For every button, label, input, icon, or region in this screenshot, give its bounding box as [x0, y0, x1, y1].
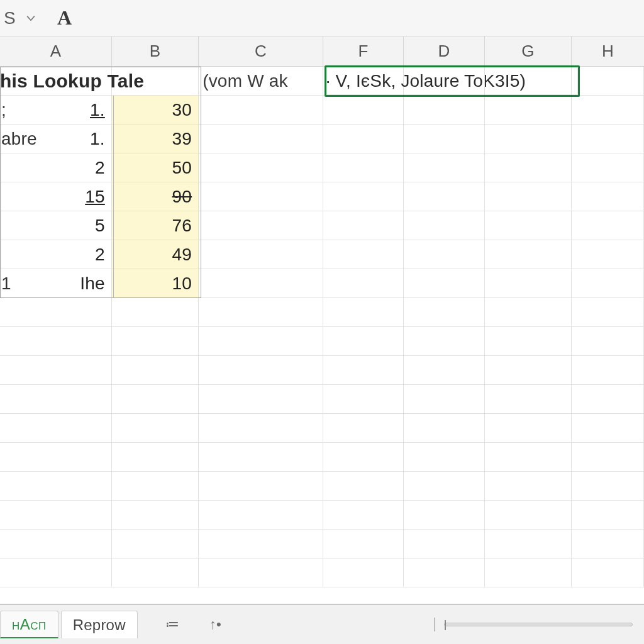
cell[interactable] — [485, 269, 572, 298]
cell[interactable] — [0, 356, 112, 385]
cell[interactable] — [485, 501, 572, 530]
cell[interactable] — [323, 443, 404, 472]
view-list-icon[interactable]: ≔ — [165, 616, 179, 633]
cell[interactable] — [199, 530, 323, 558]
cell[interactable] — [485, 327, 572, 356]
cell[interactable] — [404, 530, 484, 558]
cell[interactable]: his Lookup Tale — [0, 67, 112, 96]
col-header-F[interactable]: F — [323, 36, 404, 66]
cell[interactable] — [323, 240, 404, 269]
cell[interactable] — [323, 414, 404, 443]
cell[interactable] — [485, 298, 572, 327]
cell[interactable]: 2 — [0, 240, 112, 269]
cell[interactable]: 10 — [112, 269, 199, 298]
cell[interactable] — [199, 125, 323, 153]
cell[interactable] — [323, 182, 404, 211]
cell[interactable] — [404, 414, 484, 443]
cell[interactable] — [0, 385, 112, 414]
cell[interactable] — [199, 182, 323, 211]
cell[interactable] — [485, 530, 572, 558]
cell[interactable] — [112, 385, 199, 414]
cell[interactable] — [0, 298, 112, 327]
cell[interactable]: 39 — [112, 125, 199, 153]
cell[interactable] — [404, 269, 484, 298]
cell[interactable] — [112, 298, 199, 327]
cell[interactable]: 50 — [112, 153, 199, 182]
cell[interactable] — [485, 443, 572, 472]
cell[interactable] — [572, 269, 644, 298]
cell[interactable]: 76 — [112, 211, 199, 240]
cell[interactable] — [323, 530, 404, 558]
col-header-B[interactable]: B — [112, 36, 199, 66]
cell[interactable] — [485, 125, 572, 153]
cell[interactable] — [0, 414, 112, 443]
cell[interactable] — [485, 182, 572, 211]
cell[interactable] — [199, 443, 323, 472]
cell[interactable]: 90 — [112, 182, 199, 211]
cell[interactable] — [572, 443, 644, 472]
cell[interactable] — [323, 153, 404, 182]
cell[interactable] — [0, 443, 112, 472]
cell[interactable] — [485, 211, 572, 240]
cell[interactable] — [572, 298, 644, 327]
cell[interactable]: 30 — [112, 96, 199, 125]
cell[interactable] — [199, 211, 323, 240]
cell[interactable] — [112, 327, 199, 356]
cell[interactable] — [112, 501, 199, 530]
cell[interactable] — [404, 501, 484, 530]
cell[interactable] — [404, 327, 484, 356]
cell[interactable] — [485, 558, 572, 587]
cell[interactable] — [112, 414, 199, 443]
cell[interactable] — [199, 385, 323, 414]
cell[interactable] — [199, 327, 323, 356]
cell[interactable] — [199, 558, 323, 587]
cell[interactable] — [199, 501, 323, 530]
cell[interactable] — [404, 67, 484, 96]
cell[interactable] — [199, 153, 323, 182]
cell[interactable] — [404, 472, 484, 501]
cell[interactable] — [404, 240, 484, 269]
cell[interactable] — [404, 558, 484, 587]
cell[interactable] — [323, 211, 404, 240]
cell[interactable]: · V, IєSk, Jolaure ToK3I5) — [323, 67, 404, 96]
cell[interactable] — [112, 472, 199, 501]
col-header-H[interactable]: H — [572, 36, 644, 66]
cell[interactable] — [323, 327, 404, 356]
cell[interactable] — [199, 240, 323, 269]
cell[interactable] — [404, 443, 484, 472]
cell[interactable] — [199, 96, 323, 125]
cell[interactable] — [572, 501, 644, 530]
cell[interactable] — [199, 356, 323, 385]
cell[interactable] — [404, 356, 484, 385]
cell[interactable] — [485, 472, 572, 501]
zoom-slider[interactable] — [444, 623, 633, 626]
cell[interactable] — [0, 327, 112, 356]
cell[interactable] — [572, 96, 644, 125]
spreadsheet-grid[interactable]: A B C F D G H his Lookup Tale(vom W ak· … — [0, 36, 644, 604]
cell[interactable] — [485, 240, 572, 269]
cell[interactable] — [323, 385, 404, 414]
cell[interactable] — [572, 327, 644, 356]
cell[interactable] — [323, 472, 404, 501]
cell[interactable] — [112, 443, 199, 472]
cell[interactable] — [404, 211, 484, 240]
cell[interactable] — [323, 501, 404, 530]
chevron-down-icon[interactable] — [25, 12, 37, 25]
cell[interactable] — [572, 356, 644, 385]
cell[interactable] — [572, 385, 644, 414]
cell[interactable] — [404, 125, 484, 153]
cell[interactable] — [0, 530, 112, 558]
cell[interactable] — [199, 472, 323, 501]
cell[interactable] — [485, 385, 572, 414]
cell[interactable]: 49 — [112, 240, 199, 269]
cell[interactable] — [572, 153, 644, 182]
cell[interactable] — [323, 96, 404, 125]
col-header-C[interactable]: C — [199, 36, 323, 66]
cell[interactable] — [485, 96, 572, 125]
cell[interactable] — [485, 356, 572, 385]
cell[interactable] — [404, 298, 484, 327]
cell[interactable]: 2 — [0, 153, 112, 182]
cell[interactable] — [0, 472, 112, 501]
cell[interactable] — [0, 558, 112, 587]
col-header-G[interactable]: G — [485, 36, 572, 66]
